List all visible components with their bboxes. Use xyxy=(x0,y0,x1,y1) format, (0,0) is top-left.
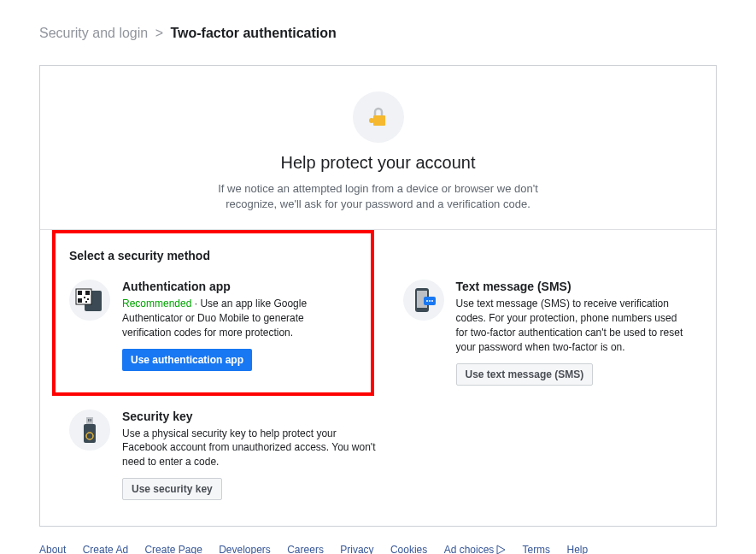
footer: About Create Ad Create Page Developers C… xyxy=(39,537,717,554)
qr-app-icon xyxy=(69,280,110,321)
page-description: If we notice an attempted login from a d… xyxy=(208,181,549,212)
use-text-message-button[interactable]: Use text message (SMS) xyxy=(456,363,594,386)
two-factor-card: Help protect your account If we notice a… xyxy=(39,65,717,527)
recommended-label: Recommended xyxy=(122,298,191,309)
svg-rect-6 xyxy=(78,298,82,303)
svg-rect-7 xyxy=(84,297,85,298)
phone-sms-icon xyxy=(403,280,444,321)
svg-point-15 xyxy=(431,300,433,302)
footer-link-about[interactable]: About xyxy=(39,544,66,554)
page-title: Help protect your account xyxy=(40,153,716,173)
breadcrumb-current: Two-factor authentication xyxy=(170,26,336,40)
method-desc-sms: Use text message (SMS) to receive verifi… xyxy=(456,297,688,354)
usb-key-icon xyxy=(69,410,110,451)
footer-link-create-page[interactable]: Create Page xyxy=(144,544,202,554)
hero-section: Help protect your account If we notice a… xyxy=(40,83,716,230)
section-title: Select a security method xyxy=(40,230,716,271)
svg-rect-17 xyxy=(88,419,90,421)
footer-links: About Create Ad Create Page Developers C… xyxy=(39,537,717,554)
method-title-sms: Text message (SMS) xyxy=(456,280,688,293)
footer-link-terms[interactable]: Terms xyxy=(522,544,550,554)
adchoices-icon xyxy=(495,545,506,554)
method-sms: Text message (SMS) Use text message (SMS… xyxy=(391,271,700,397)
footer-link-cookies[interactable]: Cookies xyxy=(390,544,427,554)
footer-link-ad-choices[interactable]: Ad choices xyxy=(444,544,507,554)
svg-rect-4 xyxy=(78,291,82,295)
breadcrumb-parent[interactable]: Security and login xyxy=(39,26,148,40)
svg-rect-0 xyxy=(373,115,385,126)
method-title-key: Security key xyxy=(122,410,378,423)
method-authentication-app: Authentication app Recommended · Use an … xyxy=(57,271,366,397)
footer-link-developers[interactable]: Developers xyxy=(219,544,271,554)
svg-point-13 xyxy=(426,300,428,302)
lock-key-icon xyxy=(353,91,404,143)
svg-rect-8 xyxy=(87,298,89,300)
footer-link-privacy[interactable]: Privacy xyxy=(340,544,373,554)
svg-point-1 xyxy=(369,118,374,123)
method-security-key: Security key Use a physical security key… xyxy=(40,398,716,500)
method-desc-app: Recommended · Use an app like Google Aut… xyxy=(122,297,354,339)
svg-rect-5 xyxy=(85,291,90,295)
footer-link-careers[interactable]: Careers xyxy=(287,544,324,554)
svg-rect-9 xyxy=(85,301,87,303)
footer-link-create-ad[interactable]: Create Ad xyxy=(83,544,128,554)
use-authentication-app-button[interactable]: Use authentication app xyxy=(122,349,252,371)
svg-rect-16 xyxy=(86,417,93,424)
method-title-app: Authentication app xyxy=(122,280,354,293)
use-security-key-button[interactable]: Use security key xyxy=(122,478,222,500)
method-desc-key: Use a physical security key to help prot… xyxy=(122,427,378,469)
breadcrumb-separator: > xyxy=(155,26,163,40)
svg-point-14 xyxy=(429,300,431,302)
svg-rect-18 xyxy=(91,419,92,421)
breadcrumb: Security and login > Two-factor authenti… xyxy=(39,26,717,41)
footer-link-help[interactable]: Help xyxy=(566,544,588,554)
